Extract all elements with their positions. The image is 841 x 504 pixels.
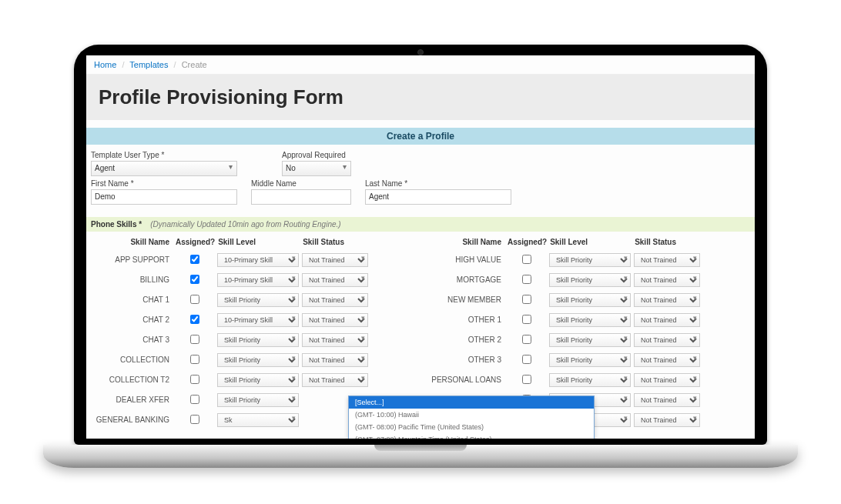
page-title: Profile Provisioning Form xyxy=(99,85,742,109)
skill-row: PERSONAL LOANSSkill PriorityNot Trained xyxy=(423,370,750,390)
skill-row: CHAT 3Skill PriorityNot Trained xyxy=(91,330,418,350)
approval-required-label: Approval Required xyxy=(282,151,428,159)
skill-level-select[interactable]: Skill Priority xyxy=(549,353,631,367)
skill-level-select[interactable]: Skill Priority xyxy=(217,353,299,367)
assigned-checkbox[interactable] xyxy=(522,255,531,264)
dropdown-option[interactable]: (GMT- 08:00) Pacific Time (United States… xyxy=(349,421,594,433)
skill-level-select[interactable]: 10-Primary Skill xyxy=(217,253,299,267)
skill-level-select[interactable]: Skill Priority xyxy=(549,293,631,307)
skill-status-select[interactable]: Not Trained xyxy=(302,313,368,327)
skill-level-select[interactable]: Skill Priority xyxy=(217,333,299,347)
phone-skills-header: Phone Skills * (Dynamically Updated 10mi… xyxy=(86,217,755,232)
skill-row: COLLECTION T2Skill PriorityNot Trained xyxy=(91,370,418,390)
skill-status-select[interactable]: Not Trained xyxy=(634,273,700,287)
camera-dot xyxy=(417,49,424,55)
skill-level-select[interactable]: Skill Priority xyxy=(549,373,631,387)
skill-status-select[interactable]: Not Trained xyxy=(634,413,700,427)
assigned-checkbox[interactable] xyxy=(522,335,531,344)
assigned-checkbox[interactable] xyxy=(190,275,199,284)
skill-level-select[interactable]: 10-Primary Skill xyxy=(217,273,299,287)
skill-name: PERSONAL LOANS xyxy=(423,375,508,384)
skill-row: COLLECTIONSkill PriorityNot Trained xyxy=(91,350,418,370)
skill-name: BILLING xyxy=(91,275,176,284)
skill-row: CHAT 1Skill PriorityNot Trained xyxy=(91,290,418,310)
skill-row: CHAT 210-Primary SkillNot Trained xyxy=(91,310,418,330)
skill-name: MORTGAGE xyxy=(423,275,508,284)
skill-status-select[interactable]: Not Trained xyxy=(634,313,700,327)
assigned-checkbox[interactable] xyxy=(190,375,199,384)
dropdown-option[interactable]: (GMT- 10:00) Hawaii xyxy=(349,409,594,421)
skill-level-select[interactable]: Skill Priority xyxy=(549,273,631,287)
assigned-checkbox[interactable] xyxy=(190,255,199,264)
col-skill-status: Skill Status xyxy=(632,238,701,246)
assigned-checkbox[interactable] xyxy=(190,295,199,304)
skill-level-select[interactable]: Skill Priority xyxy=(549,313,631,327)
assigned-checkbox[interactable] xyxy=(190,355,199,364)
skill-status-select[interactable]: Not Trained xyxy=(634,393,700,407)
skill-level-select[interactable]: Skill Priority xyxy=(217,373,299,387)
skill-row: MORTGAGESkill PriorityNot Trained xyxy=(423,270,750,290)
phone-skills-title: Phone Skills * xyxy=(91,220,142,229)
skill-row: NEW MEMBERSkill PriorityNot Trained xyxy=(423,290,750,310)
skill-status-select[interactable]: Not Trained xyxy=(302,273,368,287)
phone-skills-note: (Dynamically Updated 10min ago from Rout… xyxy=(150,220,340,229)
col-skill-level: Skill Level xyxy=(215,238,300,246)
assigned-checkbox[interactable] xyxy=(522,295,531,304)
skill-level-select[interactable]: Skill Priority xyxy=(549,333,631,347)
middle-name-input[interactable] xyxy=(251,189,351,205)
assigned-checkbox[interactable] xyxy=(522,355,531,364)
skill-name: DEALER XFER xyxy=(91,396,176,404)
skill-name: CHAT 3 xyxy=(91,335,176,344)
dropdown-option[interactable]: (GMT- 07:00) Mountain Time (United State… xyxy=(349,433,594,439)
col-skill-name: Skill Name xyxy=(91,238,176,246)
assigned-checkbox[interactable] xyxy=(190,395,199,404)
assigned-checkbox[interactable] xyxy=(522,275,531,284)
first-name-input[interactable] xyxy=(91,189,237,205)
dropdown-option-selected[interactable]: [Select...] xyxy=(349,396,594,409)
skill-level-select[interactable]: Skill Priority xyxy=(217,393,299,407)
skill-row: BILLING10-Primary SkillNot Trained xyxy=(91,270,418,290)
col-assigned: Assigned? xyxy=(176,238,215,246)
breadcrumb-templates[interactable]: Templates xyxy=(129,60,168,69)
template-user-type-select[interactable]: Agent xyxy=(91,161,237,176)
skill-status-select[interactable]: Not Trained xyxy=(302,373,368,387)
skill-status-select[interactable]: Not Trained xyxy=(634,373,700,387)
breadcrumb-home[interactable]: Home xyxy=(94,60,116,69)
skill-status-select[interactable]: Not Trained xyxy=(634,253,700,267)
laptop-base xyxy=(43,445,798,468)
assigned-checkbox[interactable] xyxy=(522,315,531,324)
assigned-checkbox[interactable] xyxy=(190,415,199,424)
skill-name: HIGH VALUE xyxy=(423,255,508,264)
skill-level-select[interactable]: 10-Primary Skill xyxy=(217,313,299,327)
timezone-dropdown[interactable]: [Select...] (GMT- 10:00) Hawaii (GMT- 08… xyxy=(348,396,595,439)
skill-status-select[interactable]: Not Trained xyxy=(302,293,368,307)
skill-name: CHAT 1 xyxy=(91,295,176,304)
skill-level-select[interactable]: Sk xyxy=(217,413,299,427)
skill-name: OTHER 1 xyxy=(423,315,508,324)
skill-row: OTHER 1Skill PriorityNot Trained xyxy=(423,310,750,330)
title-bar: Profile Provisioning Form xyxy=(86,75,755,120)
approval-required-select[interactable]: No xyxy=(282,161,351,176)
template-user-type-label: Template User Type * xyxy=(91,151,237,159)
section-header: Create a Profile xyxy=(86,128,755,145)
assigned-checkbox[interactable] xyxy=(522,375,531,384)
assigned-checkbox[interactable] xyxy=(190,335,199,344)
skill-status-select[interactable]: Not Trained xyxy=(302,333,368,347)
skill-level-select[interactable]: Skill Priority xyxy=(549,253,631,267)
skill-row: OTHER 2Skill PriorityNot Trained xyxy=(423,330,750,350)
skill-status-select[interactable]: Not Trained xyxy=(302,253,368,267)
skill-name: APP SUPPORT xyxy=(91,255,176,264)
skill-name: GENERAL BANKING xyxy=(91,416,176,424)
breadcrumb-create: Create xyxy=(182,60,207,69)
laptop-mockup: Home / Templates / Create Profile Provis… xyxy=(43,45,798,476)
skill-status-select[interactable]: Not Trained xyxy=(634,333,700,347)
last-name-input[interactable] xyxy=(365,189,511,205)
assigned-checkbox[interactable] xyxy=(190,315,199,324)
skill-level-select[interactable]: Skill Priority xyxy=(217,293,299,307)
last-name-label: Last Name * xyxy=(365,179,511,188)
skill-status-select[interactable]: Not Trained xyxy=(302,353,368,367)
skill-status-select[interactable]: Not Trained xyxy=(634,293,700,307)
skill-status-select[interactable]: Not Trained xyxy=(634,353,700,367)
skill-name: OTHER 3 xyxy=(423,355,508,364)
skill-name: OTHER 2 xyxy=(423,335,508,344)
